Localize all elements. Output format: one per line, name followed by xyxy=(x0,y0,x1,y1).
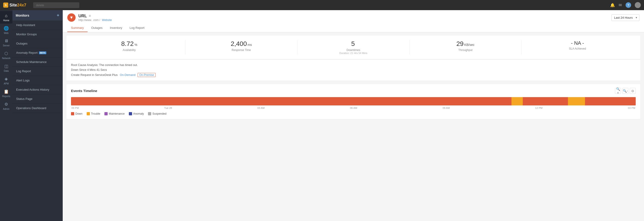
legend-color-down xyxy=(71,112,74,115)
network-icon: ⬡ xyxy=(4,51,8,56)
legend-maintenance: Maintenance xyxy=(104,112,125,115)
axis-label-2: 03 AM xyxy=(258,107,264,109)
tab-summary[interactable]: Summary xyxy=(67,24,88,32)
axis-label-5: 12 PM xyxy=(535,107,542,109)
timeline-legend: Down Trouble Maintenance Anomaly Suspend… xyxy=(71,112,636,115)
throughput-label: Throughput xyxy=(414,49,517,52)
avatar[interactable] xyxy=(635,2,641,8)
on-premise-link[interactable]: On-Premise xyxy=(138,73,156,77)
timeline-bar xyxy=(71,97,636,105)
info-box: Root Cause Analysis: The connection has … xyxy=(66,59,640,81)
nav-rail-item-admin[interactable]: ⚙ Admin xyxy=(0,99,12,112)
monitor-header: ▼ URL ≡ http://www. .com / Website Last xyxy=(63,10,644,32)
availability-value: 8.72 xyxy=(121,40,134,47)
sidebar-item-status-page[interactable]: Status Page xyxy=(12,94,62,104)
network-label: Network xyxy=(2,57,10,60)
tab-inventory[interactable]: Inventory xyxy=(106,24,126,32)
server-icon: 🖥 xyxy=(4,39,8,43)
time-selector-wrapper: Last 24 Hours Last 7 Days Last 30 Days xyxy=(612,14,640,21)
topbar-right: 🔔 ✉ ? xyxy=(610,2,641,8)
sidebar-item-outages[interactable]: Outages xyxy=(12,39,62,48)
sidebar-item-schedule-maintenance[interactable]: Schedule Maintenance xyxy=(12,58,62,67)
logo: S Site24x7 xyxy=(3,3,26,8)
nav-rail-item-home[interactable]: ⌂ Home xyxy=(0,11,12,24)
nav-rail-item-web[interactable]: 🌐 Web xyxy=(0,24,12,36)
reports-label: Reports xyxy=(2,95,10,98)
nav-rail-item-data[interactable]: ◫ Data xyxy=(0,61,12,74)
timeline-segment-trouble-1 xyxy=(512,97,523,105)
nav-rail-item-server[interactable]: 🖥 Server xyxy=(0,36,12,49)
tab-outages[interactable]: Outages xyxy=(88,24,106,32)
data-icon: ◫ xyxy=(4,64,8,69)
nav-rail-item-apm[interactable]: ◈ APM xyxy=(0,74,12,87)
legend-label-suspended: Suspended xyxy=(152,112,166,115)
create-request-text: Create Request in ServiceDesk Plus xyxy=(71,73,118,77)
timeline-segment-down-final xyxy=(613,97,636,105)
legend-label-maintenance: Maintenance xyxy=(109,112,125,115)
legend-label-trouble: Trouble xyxy=(91,112,100,115)
data-label: Data xyxy=(4,70,8,72)
zoom-reset-button[interactable]: ⊙ xyxy=(630,88,636,94)
apm-label: APM xyxy=(4,82,9,85)
root-cause-text: Root Cause Analysis: The connection has … xyxy=(71,63,636,68)
timeline-title: Events Timeline xyxy=(71,89,97,93)
apm-icon: ◈ xyxy=(4,76,8,81)
sidebar-header: Monitors + xyxy=(12,10,62,21)
legend-down: Down xyxy=(71,112,82,115)
stat-throughput: 29KB/sec Throughput xyxy=(410,40,522,55)
website-link[interactable]: Website xyxy=(102,19,112,22)
nav-rail-item-reports[interactable]: 📋 Reports xyxy=(0,87,12,99)
monitor-down-icon: ▼ xyxy=(67,13,76,22)
throughput-unit: KB/sec xyxy=(464,43,474,47)
response-time-value: 2,400 xyxy=(231,40,247,47)
sidebar: Monitors + Help Assistant Monitor Groups… xyxy=(12,10,63,221)
sidebar-item-operations-dashboard[interactable]: Operations Dashboard xyxy=(12,104,62,113)
sla-label: SLA Achieved xyxy=(526,47,629,50)
tab-log-report[interactable]: Log Report xyxy=(126,24,148,32)
sidebar-item-executed-actions[interactable]: Executed Actions History xyxy=(12,85,62,94)
main-layout: ⌂ Home 🌐 Web 🖥 Server ⬡ Network ◫ Data ◈… xyxy=(0,10,644,221)
time-selector[interactable]: Last 24 Hours Last 7 Days Last 30 Days xyxy=(612,14,640,21)
topbar: S Site24x7 🔔 ✉ ? xyxy=(0,0,644,10)
create-request-row: Create Request in ServiceDesk Plus On-De… xyxy=(71,73,636,78)
sidebar-item-help-assistant[interactable]: Help Assistant xyxy=(12,21,62,30)
monitor-name: URL ≡ xyxy=(78,14,112,19)
zoom-in-button[interactable]: 🔍+ xyxy=(615,88,621,94)
on-demand-link[interactable]: On-Demand xyxy=(120,73,136,77)
sidebar-item-alert-logs[interactable]: Alert Logs xyxy=(12,76,62,85)
stats-row: 8.72% Availability 2,400ms Response Time… xyxy=(66,36,640,59)
stat-response-time: 2,400ms Response Time xyxy=(185,40,297,55)
sidebar-item-anomaly-report[interactable]: Anomaly Report BETA xyxy=(12,48,62,58)
axis-label-6: 03 PM xyxy=(628,107,635,109)
nav-rail-item-network[interactable]: ⬡ Network xyxy=(0,49,12,61)
zoom-out-button[interactable]: 🔍- xyxy=(622,88,628,94)
sidebar-add-button[interactable]: + xyxy=(57,13,59,18)
legend-color-maintenance xyxy=(104,112,108,115)
timeline-segment-down-main xyxy=(71,97,512,105)
timeline-section: Events Timeline 🔍+ 🔍- ⊙ xyxy=(66,84,640,119)
stat-sla: - NA - SLA Achieved xyxy=(522,40,634,55)
monitor-tabs: Summary Outages Inventory Log Report xyxy=(67,24,640,32)
monitor-menu-icon[interactable]: ≡ xyxy=(89,14,91,18)
axis-label-3: 06 AM xyxy=(350,107,357,109)
down-since-text: Down Since 4 Mins 41 Secs xyxy=(71,68,636,72)
response-time-label: Response Time xyxy=(190,49,292,52)
main-content: ▼ URL ≡ http://www. .com / Website Last xyxy=(63,10,644,221)
legend-trouble: Trouble xyxy=(87,112,100,115)
bell-icon[interactable]: 🔔 xyxy=(610,3,615,8)
help-icon[interactable]: ? xyxy=(626,2,631,8)
home-label: Home xyxy=(3,19,10,22)
sidebar-item-log-report[interactable]: Log Report xyxy=(12,67,62,76)
search-input[interactable] xyxy=(33,2,79,8)
sla-value: - NA - xyxy=(571,40,584,46)
downtimes-sub: Duration: 21 Hrs 54 Mins xyxy=(302,52,404,55)
sidebar-item-monitor-groups[interactable]: Monitor Groups xyxy=(12,30,62,39)
home-icon: ⌂ xyxy=(5,13,8,18)
logo-icon: S xyxy=(3,3,8,8)
timeline-zoom-controls: 🔍+ 🔍- ⊙ xyxy=(615,88,636,94)
admin-icon: ⚙ xyxy=(4,102,8,107)
timeline-axis: 09 PM Tue 28 03 AM 06 AM 09 AM 12 PM 03 … xyxy=(71,107,636,109)
mail-icon[interactable]: ✉ xyxy=(619,3,622,8)
stat-downtimes: 5 Downtimes Duration: 21 Hrs 54 Mins xyxy=(297,40,409,55)
axis-label-1: Tue 28 xyxy=(164,107,172,109)
